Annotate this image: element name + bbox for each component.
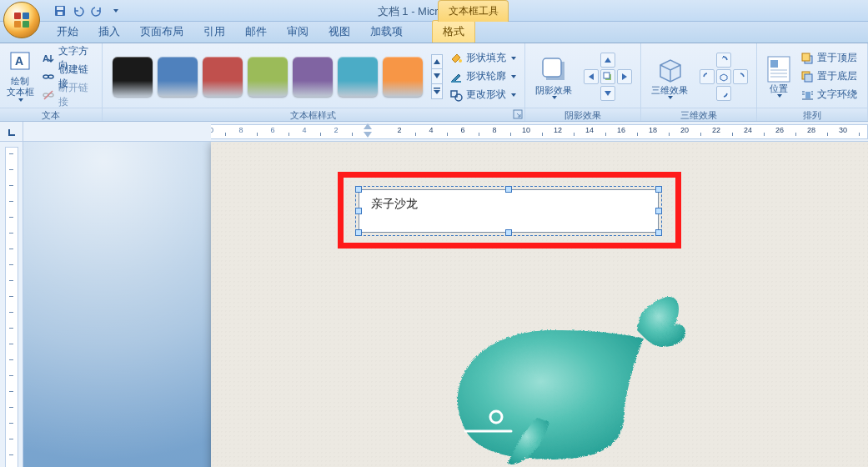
position-label: 位置 (770, 83, 788, 93)
shape-fill-button[interactable]: 形状填充 (449, 49, 516, 68)
svg-rect-26 (770, 60, 778, 68)
group-arrange-label: 排列 (757, 108, 867, 121)
text-box[interactable]: 亲子沙龙 (359, 189, 659, 233)
resize-handle-ml[interactable] (355, 208, 362, 214)
svg-rect-6 (58, 12, 63, 15)
gallery-scroll-up[interactable] (431, 54, 443, 69)
tab-references[interactable]: 引用 (193, 21, 235, 43)
shadow-effects-button[interactable]: 阴影效果 (530, 48, 577, 106)
resize-handle-bm[interactable] (505, 229, 512, 236)
annotation-highlight: 亲子沙龙 (338, 172, 681, 249)
text-wrap-icon (800, 88, 814, 102)
tab-insert[interactable]: 插入 (88, 21, 130, 43)
gallery-scroll-down[interactable] (431, 69, 443, 84)
tab-home[interactable]: 开始 (47, 21, 88, 43)
redo-button[interactable] (88, 3, 105, 19)
tab-mailings[interactable]: 邮件 (235, 21, 277, 43)
vertical-ruler[interactable] (0, 142, 23, 467)
chevron-down-icon (511, 57, 516, 60)
nudge-center[interactable] (600, 69, 615, 84)
style-swatch-purple[interactable] (293, 57, 333, 97)
resize-handle-tl[interactable] (355, 186, 362, 193)
nudge-right[interactable] (617, 69, 632, 84)
horizontal-ruler[interactable]: 1086422468101214161820222426283032 (211, 122, 868, 141)
style-swatch-olive[interactable] (248, 57, 288, 97)
ruler-number: 2 (334, 126, 338, 134)
shape-outline-button[interactable]: 形状轮廓 (449, 68, 516, 86)
svg-point-11 (48, 75, 53, 78)
tab-selector[interactable] (0, 122, 23, 142)
document-canvas[interactable]: 亲子沙龙 (23, 142, 868, 467)
3d-effects-button[interactable]: 三维效果 (646, 48, 693, 106)
position-button[interactable]: 位置 (762, 48, 795, 106)
hanging-indent[interactable] (364, 132, 372, 138)
group-shadow-label: 阴影效果 (525, 108, 640, 121)
whale-image[interactable] (436, 279, 686, 467)
chevron-down-icon (18, 98, 23, 102)
quick-access-toolbar (52, 3, 123, 19)
draw-textbox-button[interactable]: A 绘制 文本框 (5, 48, 35, 106)
ruler-number: 18 (649, 126, 657, 134)
shape-fill-label: 形状填充 (466, 51, 506, 65)
group-shadow: 阴影效果 阴影效果 (525, 43, 641, 121)
dialog-launcher-icon[interactable] (513, 109, 523, 119)
tilt-up[interactable] (716, 53, 731, 68)
first-line-indent[interactable] (364, 123, 372, 129)
style-swatch-orange[interactable] (383, 57, 423, 97)
bring-to-front-button[interactable]: 置于顶层 (799, 49, 859, 68)
qat-customize[interactable] (107, 3, 123, 19)
tilt-down[interactable] (716, 86, 731, 101)
style-swatch-black[interactable] (113, 57, 153, 97)
tilt-left[interactable] (700, 69, 715, 84)
ruler-number: 8 (238, 126, 243, 134)
ruler-number: 22 (712, 126, 720, 134)
text-wrap-button[interactable]: 文字环绕 (799, 86, 859, 104)
gallery-more[interactable] (431, 84, 443, 99)
svg-rect-17 (451, 81, 461, 83)
style-swatch-teal[interactable] (338, 57, 378, 97)
chevron-down-icon (511, 75, 516, 78)
svg-rect-31 (802, 53, 810, 61)
shadow-effects-label: 阴影效果 (535, 85, 572, 95)
ribbon: A 绘制 文本框 A 文字方向 创建链接 断开链接 文本 (0, 43, 868, 122)
chevron-down-icon (511, 93, 516, 97)
ruler-bar: 1086422468101214161820222426283032 (0, 122, 868, 142)
ruler-number: 4 (429, 126, 433, 134)
send-to-back-button[interactable]: 置于底层 (799, 68, 859, 86)
break-link-icon (42, 88, 55, 102)
shadow-nudge-grid (584, 53, 632, 101)
change-shape-icon (449, 88, 463, 102)
break-link-button[interactable]: 断开链接 (38, 86, 96, 104)
nudge-down[interactable] (600, 86, 615, 101)
undo-button[interactable] (70, 3, 87, 19)
office-button[interactable] (3, 2, 40, 38)
tilt-right[interactable] (733, 69, 748, 84)
svg-rect-33 (805, 74, 812, 82)
resize-handle-tr[interactable] (655, 186, 662, 193)
tilt-center[interactable] (716, 69, 731, 84)
tab-addins[interactable]: 加载项 (360, 21, 413, 43)
svg-rect-0 (14, 13, 21, 19)
ruler-number: 6 (460, 126, 464, 134)
resize-handle-bl[interactable] (355, 229, 362, 236)
cube-icon (654, 53, 685, 85)
resize-handle-mr[interactable] (655, 208, 662, 214)
tab-view[interactable]: 视图 (319, 21, 360, 43)
nudge-up[interactable] (600, 53, 615, 68)
resize-handle-br[interactable] (655, 229, 662, 236)
nudge-left[interactable] (584, 69, 599, 84)
group-arrange: 位置 置于顶层 置于底层 文字环绕 排列 (757, 43, 868, 121)
style-swatch-red[interactable] (203, 57, 243, 97)
bucket-icon (449, 52, 463, 65)
resize-handle-tm[interactable] (505, 186, 512, 193)
tab-review[interactable]: 审阅 (277, 21, 319, 43)
svg-rect-34 (805, 92, 810, 98)
ruler-number: 8 (492, 126, 496, 134)
style-gallery[interactable] (108, 50, 428, 103)
tab-format[interactable]: 格式 (432, 20, 475, 43)
style-swatch-blue[interactable] (158, 57, 198, 97)
save-button[interactable] (52, 3, 68, 19)
svg-point-16 (459, 59, 462, 63)
change-shape-button[interactable]: 更改形状 (449, 86, 516, 104)
tab-page-layout[interactable]: 页面布局 (130, 21, 193, 43)
